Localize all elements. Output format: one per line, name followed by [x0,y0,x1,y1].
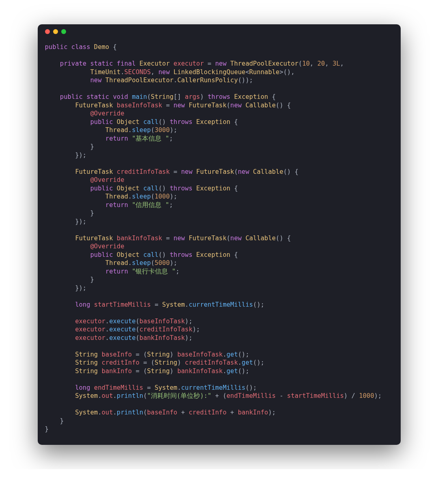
type-system: System [75,392,98,399]
brace: { [109,43,117,51]
kw-public: public [90,118,113,126]
dot: . [238,359,241,366]
plus: + [211,392,223,399]
kw-throws: throws [170,185,193,192]
eq: = [204,60,215,67]
close-anon: }); [45,152,87,159]
kw-throws: throws [170,118,193,126]
fn-main: main [132,93,147,100]
type-exception: Exception [196,118,230,126]
fn-call: call [143,118,158,126]
id-baseinfo: baseInfo [147,409,178,416]
kw-static: static [90,60,113,67]
close-icon[interactable] [45,29,50,34]
type-object: Object [117,118,140,126]
type-string: String [75,359,98,366]
str-elapsed: "消耗时间(单位秒):" [147,392,212,399]
id-executor: executor [75,334,105,342]
div: / [348,392,359,399]
kw-new: new [174,235,185,242]
brace: { [230,251,238,258]
fn-get: get [226,351,238,358]
type-system: System [162,301,185,308]
dot: . [128,259,132,267]
dot: . [174,77,177,84]
type-lbq: LinkedBlockingQueue [174,68,245,76]
kw-new: new [158,68,170,76]
p: () [159,118,170,126]
code-window: public class Demo { private static final… [38,24,401,445]
c: , [340,60,344,67]
fn-get: get [242,359,253,366]
type-timeunit: TimeUnit [90,68,120,76]
kw-return: return [105,268,128,275]
brace: { [268,93,276,100]
type-string: String [75,351,98,358]
kw-return: return [105,201,128,209]
type-ft: FutureTask [75,168,113,175]
cast-close: ) [170,351,177,358]
type-ft: FutureTask [189,102,226,109]
fn-ctm: currentTimeMillis [181,384,246,391]
kw-public: public [90,251,113,258]
code-block: public class Demo { private static final… [38,39,401,445]
id-seconds: SECONDS [124,68,150,76]
p: () [159,185,170,192]
lp: ( [223,392,226,399]
fn-execute: execute [109,318,135,325]
type-system: System [75,409,98,416]
cast-close: ) [170,367,177,375]
type-ft: FutureTask [75,235,113,242]
fn-sleep: sleep [132,126,151,134]
plus: + [227,409,238,416]
id-creditinfotask: creditInfoTask [185,359,238,366]
fn-sleep: sleep [132,259,151,267]
id-baseinfotask: baseInfoTask [117,102,162,109]
id-end: endTimeMillis [94,384,143,391]
call-end: (); [238,351,249,358]
rpcl: ); [170,126,178,134]
id-creditinfotask: creditInfoTask [140,326,193,333]
kw-final: final [117,60,136,67]
kw-void: void [113,93,128,100]
id-executor: executor [174,60,204,67]
id-baseinfotask: baseInfoTask [140,318,185,325]
cast-open: = ( [140,359,155,366]
type-thread: Thread [105,259,128,267]
kw-public: public [45,43,68,51]
call-end: (); [253,301,264,308]
lp: ( [143,392,147,399]
id-bankinfotask: bankInfoTask [117,235,162,242]
type-thread: Thread [105,193,128,200]
type-thread: Thread [105,126,128,134]
id-creditinfo: creditInfo [189,409,226,416]
str-credit: "信用信息 " [132,201,169,209]
type-exception: Exception [196,251,230,258]
id-bankinfotask: bankInfoTask [140,334,185,342]
zoom-icon[interactable] [61,29,66,34]
type-object: Object [117,251,140,258]
id-baseinfotask: baseInfoTask [177,351,223,358]
type-system: System [155,384,177,391]
scl: ; [176,268,179,275]
c: , [151,68,159,76]
lp: ( [226,102,230,109]
id-baseinfo: baseInfo [102,351,132,358]
minus: - [276,392,287,399]
minimize-icon[interactable] [53,29,58,34]
lp: ( [135,326,139,333]
dot: . [113,409,117,416]
kw-throws: throws [208,93,230,100]
lp: ( [234,168,238,175]
rpcl: ); [170,193,178,200]
kw-new: new [215,60,227,67]
type-callable: Callable [245,102,276,109]
unit-new: () { [283,168,298,175]
kw-new: new [230,235,242,242]
close-inner: } [45,143,94,150]
fn-println: println [117,409,143,416]
rp: ) [200,93,204,100]
fn-ctm: currentTimeMillis [189,301,253,308]
anno-override: @Override [90,243,124,250]
type-crp: CallerRunsPolicy [177,77,238,84]
